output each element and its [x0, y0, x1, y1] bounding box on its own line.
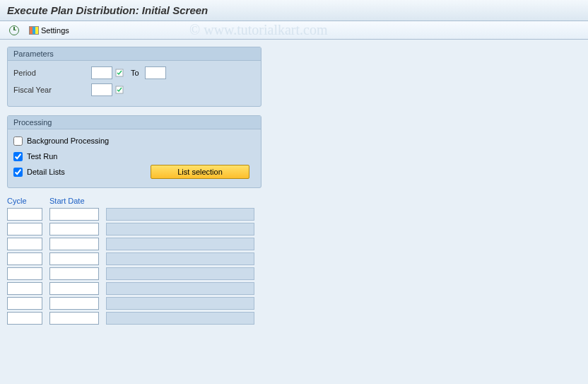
background-label[interactable]: Background Processing [27, 136, 109, 145]
detail-label[interactable]: Detail Lists [27, 168, 65, 176]
required-icon [114, 84, 125, 95]
settings-label: Settings [41, 26, 69, 35]
processing-group: Processing Background Processing Test Ru… [7, 115, 261, 188]
testrun-checkbox[interactable] [13, 152, 23, 161]
table-row [7, 267, 581, 280]
description-display [106, 312, 254, 325]
fiscal-year-input[interactable] [91, 83, 112, 96]
testrun-label[interactable]: Test Run [27, 152, 57, 161]
start-date-input[interactable] [49, 267, 99, 280]
cycle-input[interactable] [7, 223, 42, 235]
cycle-input[interactable] [7, 312, 42, 325]
processing-title: Processing [8, 116, 261, 129]
table-row [7, 282, 581, 295]
content-area: Parameters Period To Fiscal Year Process… [0, 40, 588, 334]
page-title: Execute Plan Distribution: Initial Scree… [0, 0, 588, 21]
period-from-input[interactable] [91, 66, 112, 79]
start-date-input[interactable] [49, 223, 99, 235]
column-headers: Cycle Start Date [7, 197, 581, 205]
required-icon [114, 67, 125, 78]
toolbar: Settings [0, 21, 588, 40]
description-display [106, 252, 254, 265]
startdate-column-header[interactable]: Start Date [49, 197, 99, 205]
clock-execute-icon [9, 25, 19, 35]
fiscal-year-label: Fiscal Year [13, 86, 91, 94]
description-display [106, 297, 254, 310]
start-date-input[interactable] [49, 238, 99, 250]
table-row [7, 208, 581, 221]
settings-icon [29, 26, 39, 35]
table-row [7, 223, 581, 235]
cycle-grid [7, 208, 581, 325]
description-display [106, 208, 254, 221]
table-row [7, 252, 581, 265]
settings-button[interactable]: Settings [25, 25, 73, 36]
start-date-input[interactable] [49, 312, 99, 325]
table-row [7, 312, 581, 325]
description-display [106, 282, 254, 295]
detail-checkbox[interactable] [13, 168, 23, 177]
period-label: Period [13, 69, 91, 77]
start-date-input[interactable] [49, 252, 99, 265]
cycle-input[interactable] [7, 238, 42, 250]
period-to-label: To [131, 69, 139, 77]
period-to-input[interactable] [145, 66, 166, 79]
table-row [7, 297, 581, 310]
description-display [106, 267, 254, 280]
cycle-input[interactable] [7, 282, 42, 295]
start-date-input[interactable] [49, 297, 99, 310]
cycle-column-header[interactable]: Cycle [7, 197, 42, 205]
cycle-input[interactable] [7, 267, 42, 280]
table-row [7, 238, 581, 250]
list-selection-button[interactable]: List selection [151, 165, 249, 179]
cycle-input[interactable] [7, 208, 42, 221]
cycle-input[interactable] [7, 252, 42, 265]
start-date-input[interactable] [49, 282, 99, 295]
start-date-input[interactable] [49, 208, 99, 221]
execute-button[interactable] [6, 24, 23, 37]
description-display [106, 223, 254, 235]
parameters-title: Parameters [8, 47, 261, 61]
parameters-group: Parameters Period To Fiscal Year [7, 47, 261, 107]
background-checkbox[interactable] [13, 136, 23, 146]
cycle-input[interactable] [7, 297, 42, 310]
description-display [106, 238, 254, 250]
